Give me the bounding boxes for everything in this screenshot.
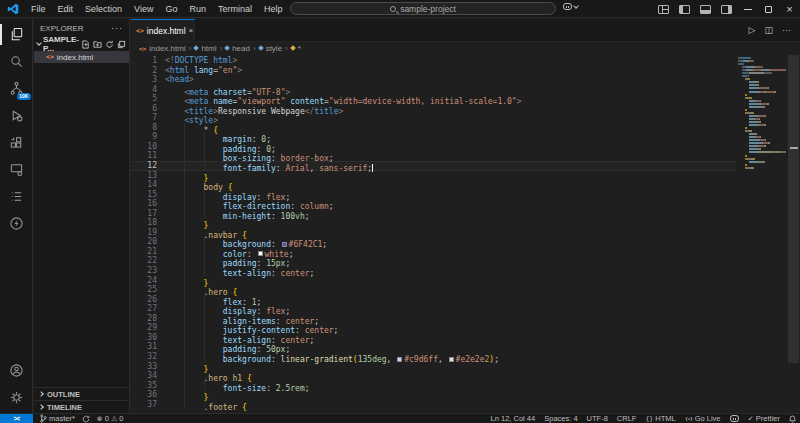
restore-button[interactable] [758, 0, 779, 18]
code-line[interactable]: color: white; [165, 247, 736, 257]
code-line[interactable]: .navbar { [165, 228, 736, 238]
minimap-line [738, 91, 786, 93]
remote-explorer-icon[interactable] [0, 156, 33, 183]
copilot-menu[interactable] [563, 3, 578, 10]
status-go-live[interactable]: Go Live [685, 414, 721, 423]
minimize-button[interactable] [737, 0, 758, 18]
code-line[interactable]: <html lang="en"> [165, 66, 736, 76]
code-line[interactable]: text-align: center; [165, 333, 736, 343]
extensions-icon[interactable] [0, 129, 33, 156]
account-icon[interactable] [0, 357, 33, 384]
code-line[interactable]: * { [165, 123, 736, 133]
timeline-section[interactable]: TIMELINE [34, 400, 129, 413]
code-line[interactable]: .hero { [165, 285, 736, 295]
toggle-panel-icon[interactable] [700, 5, 711, 14]
breadcrumb-item[interactable]: style [266, 44, 282, 53]
breadcrumb-item[interactable]: head [232, 44, 250, 53]
line-number: 24 [131, 276, 157, 286]
code-line[interactable]: display: flex; [165, 190, 736, 200]
menu-go[interactable]: Go [159, 0, 183, 18]
remote-indicator[interactable]: >< [0, 414, 33, 423]
code-line[interactable]: background: linear-gradient(135deg, #c9d… [165, 352, 736, 362]
explorer-more-actions-icon[interactable]: ··· [111, 23, 123, 33]
code-line[interactable]: margin: 0; [165, 132, 736, 142]
code-line[interactable]: flex: 1; [165, 295, 736, 305]
breadcrumb-item[interactable]: index.html [149, 44, 185, 53]
breadcrumb-item[interactable]: * [298, 44, 301, 53]
close-button[interactable]: × [779, 0, 800, 18]
code-line[interactable]: background: #6F42C1; [165, 237, 736, 247]
status-eol[interactable]: CRLF [617, 414, 637, 423]
new-folder-icon[interactable] [93, 40, 102, 49]
menu-view[interactable]: View [128, 0, 159, 18]
menu-file[interactable]: File [25, 0, 52, 18]
run-button-icon[interactable]: ▷ [749, 25, 756, 35]
status-prettier[interactable]: ✓Prettier [748, 414, 780, 423]
line-number: 25 [131, 285, 157, 295]
status-notifications[interactable] [789, 415, 796, 423]
status-copilot[interactable] [730, 415, 739, 422]
code-line[interactable]: font-size: 2.5rem; [165, 381, 736, 391]
code-area[interactable]: 1234567891011121314151617181920212223242… [131, 55, 800, 413]
status-indentation[interactable]: Spaces: 4 [544, 414, 577, 423]
toggle-primary-sidebar-icon[interactable] [679, 5, 690, 14]
explorer-icon[interactable] [0, 21, 33, 48]
code-line[interactable]: .hero h1 { [165, 371, 736, 381]
toggle-secondary-sidebar-icon[interactable] [721, 5, 732, 14]
run-and-debug-icon[interactable] [0, 102, 33, 129]
breadcrumb-item[interactable]: html [201, 44, 216, 53]
code-line[interactable]: body { [165, 180, 736, 190]
tab-close-icon[interactable]: × [189, 26, 194, 35]
project-section-header[interactable]: SAMPLE-P... [34, 37, 129, 51]
new-file-icon[interactable] [81, 40, 90, 49]
list-view-icon[interactable] [0, 183, 33, 210]
tab-index-html[interactable]: <> index.html × [131, 19, 195, 41]
code-line[interactable]: justify-content: center; [165, 323, 736, 333]
code-line[interactable]: font-family: Arial, sans-serif; [165, 161, 736, 171]
problems-status[interactable]: ⊗ 0 ⚠ 0 [97, 414, 124, 423]
minimap-line [738, 158, 786, 160]
scrollbar-thumb[interactable] [788, 55, 799, 363]
code-line[interactable]: <meta charset="UTF-8"> [165, 85, 736, 95]
collapse-all-icon[interactable] [117, 40, 126, 49]
customize-layout-icon[interactable] [658, 5, 669, 14]
vertical-scrollbar[interactable] [787, 55, 800, 413]
code-line[interactable]: box-sizing: border-box; [165, 151, 736, 161]
split-editor-icon[interactable]: ◫ [764, 25, 773, 35]
code-line[interactable]: <meta name="viewport" content="width=dev… [165, 94, 736, 104]
editor-more-actions-icon[interactable]: ··· [782, 25, 791, 35]
code-line[interactable]: .footer { [165, 400, 736, 410]
command-center-search[interactable]: sample-project [290, 2, 556, 15]
status-cursor-position[interactable]: Ln 12, Col 44 [491, 414, 536, 423]
code-line[interactable]: padding: 0; [165, 142, 736, 152]
menu-selection[interactable]: Selection [79, 0, 128, 18]
code-line[interactable]: <!DOCTYPE html> [165, 56, 736, 66]
menu-terminal[interactable]: Terminal [212, 0, 258, 18]
file-item-index-html[interactable]: <> index.html [34, 51, 129, 63]
status-encoding[interactable]: UTF-8 [587, 414, 608, 423]
code-line[interactable]: text-align: center; [165, 266, 736, 276]
color-swatch [397, 357, 402, 362]
code-line[interactable]: min-height: 100vh; [165, 209, 736, 219]
code-line[interactable]: display: flex; [165, 304, 736, 314]
lightning-icon[interactable] [0, 210, 33, 237]
code-line[interactable]: padding: 50px; [165, 342, 736, 352]
menu-edit[interactable]: Edit [52, 0, 80, 18]
menu-help[interactable]: Help [258, 0, 289, 18]
minimap[interactable] [738, 57, 786, 170]
outline-section[interactable]: OUTLINE [34, 387, 129, 400]
git-branch-status[interactable]: master* [40, 414, 75, 423]
line-number: 6 [131, 104, 157, 114]
menu-run[interactable]: Run [183, 0, 212, 18]
source-control-icon[interactable]: 10K [0, 75, 33, 102]
status-language-mode[interactable]: {}HTML [645, 414, 675, 423]
code-line[interactable]: align-items: center; [165, 314, 736, 324]
search-view-icon[interactable] [0, 48, 33, 75]
minimap-line [738, 72, 786, 74]
settings-gear-icon[interactable] [0, 384, 33, 411]
sync-changes-button[interactable] [82, 415, 90, 423]
code-line[interactable]: <head> [165, 75, 736, 85]
code-line[interactable]: flex-direction: column; [165, 199, 736, 209]
refresh-icon[interactable] [105, 40, 114, 49]
code-line[interactable]: padding: 15px; [165, 256, 736, 266]
